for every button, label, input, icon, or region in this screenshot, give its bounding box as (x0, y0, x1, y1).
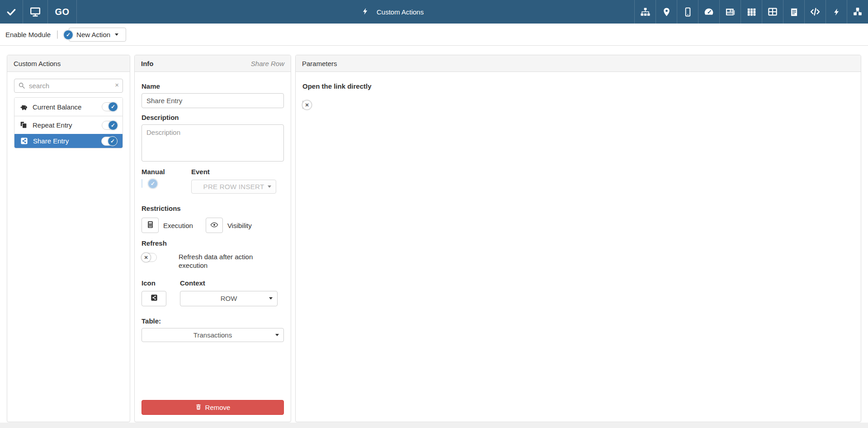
refresh-toggle[interactable]: ✕ (142, 253, 157, 262)
info-panel: Info Share Row Name Description Manual ✓… (134, 55, 291, 422)
new-action-button[interactable]: New Action (69, 28, 126, 42)
list-item-current-balance[interactable]: Current Balance ✓ (14, 98, 123, 116)
list-item-repeat-entry[interactable]: Repeat Entry ✓ (14, 116, 123, 134)
paste-icon (20, 121, 28, 129)
restrictions-label: Restrictions (142, 204, 284, 212)
eye-icon (210, 221, 218, 230)
context-select-value: ROW (221, 295, 237, 302)
calculator-icon (146, 221, 154, 230)
list-item-label: Repeat Entry (33, 121, 72, 129)
description-label: Description (142, 114, 284, 121)
grid-icon (747, 7, 756, 17)
nav-bolt-button[interactable] (826, 0, 847, 24)
repeat-entry-toggle[interactable]: ✓ (102, 121, 117, 130)
nav-cubes-button[interactable] (847, 0, 868, 24)
chevron-down-icon (269, 297, 273, 300)
nav-dashboard-button[interactable] (698, 0, 719, 24)
action-search: × (14, 79, 123, 93)
visibility-label: Visibility (227, 222, 252, 229)
search-clear-icon[interactable]: × (115, 81, 119, 89)
table-select[interactable]: Transactions (142, 328, 284, 342)
toggle-x-icon: ✕ (141, 252, 151, 262)
chevron-down-icon (115, 33, 118, 36)
share-entry-toggle[interactable]: ✓ (101, 137, 117, 146)
description-field[interactable] (142, 124, 284, 162)
code-icon (810, 6, 821, 17)
refresh-help-text: Refresh data after action execution (179, 253, 260, 270)
trash-icon (195, 404, 202, 412)
check-icon (6, 7, 16, 17)
custom-actions-panel-title: Custom Actions (14, 60, 61, 67)
icon-picker-button[interactable] (142, 291, 166, 306)
nav-grid-button[interactable] (741, 0, 762, 24)
chevron-down-icon (275, 334, 279, 336)
action-list: Current Balance ✓ Repeat Entry ✓ Share E… (14, 97, 123, 148)
icon-label: Icon (142, 279, 180, 287)
visibility-restriction-button[interactable] (206, 218, 223, 233)
toggle-check-icon: ✓ (108, 136, 118, 146)
execution-restriction-button[interactable] (142, 218, 159, 233)
nav-table-button[interactable] (762, 0, 783, 24)
refresh-label: Refresh (142, 239, 284, 247)
mobile-icon (683, 7, 693, 17)
search-icon (18, 82, 25, 90)
toggle-check-icon: ✓ (108, 102, 118, 112)
open-link-directly-label: Open the link directly (302, 82, 854, 90)
nav-map-marker-button[interactable] (656, 0, 677, 24)
remove-button[interactable]: Remove (142, 400, 284, 415)
desktop-icon (30, 6, 41, 17)
bolt-icon (833, 7, 840, 17)
nav-sitemap-button[interactable] (634, 0, 656, 24)
toggle-check-icon: ✓ (63, 30, 73, 40)
info-panel-subtitle: Share Row (251, 60, 284, 67)
search-input[interactable] (14, 79, 123, 93)
current-balance-toggle[interactable]: ✓ (102, 102, 117, 111)
context-select[interactable]: ROW (180, 291, 278, 306)
table-icon (768, 7, 778, 17)
page-title-group: Custom Actions (362, 0, 424, 24)
app-logo[interactable]: GO (48, 0, 77, 24)
nav-desktop-button[interactable] (23, 0, 48, 24)
list-item-label: Share Entry (33, 137, 69, 145)
nav-newspaper-button[interactable] (719, 0, 741, 24)
parameters-panel-header: Parameters (296, 55, 861, 72)
piggy-bank-icon (20, 103, 28, 111)
share-square-icon (151, 294, 158, 303)
toggle-check-icon: ✓ (108, 120, 118, 130)
custom-actions-panel-header: Custom Actions (7, 55, 130, 72)
enable-module-label: Enable Module (5, 31, 51, 38)
event-label: Event (191, 168, 284, 176)
newspaper-icon (725, 7, 736, 17)
new-action-label: New Action (76, 31, 110, 38)
dashboard-gauge-icon (704, 7, 714, 17)
name-field[interactable] (142, 93, 284, 108)
nav-mobile-button[interactable] (677, 0, 698, 24)
event-select-value: PRE ROW INSERT (203, 183, 264, 190)
manual-label: Manual (142, 168, 191, 176)
manual-toggle[interactable]: ✓ (142, 179, 142, 188)
top-navbar: GO Custom Actions (0, 0, 868, 24)
list-item-share-entry[interactable]: Share Entry ✓ (14, 134, 123, 148)
enable-module-toggle[interactable]: ✓ (57, 30, 58, 39)
nav-check-button[interactable] (0, 0, 23, 24)
share-square-icon (20, 137, 28, 145)
info-panel-header: Info Share Row (135, 55, 291, 72)
table-label: Table: (142, 317, 284, 325)
context-label: Context (180, 279, 284, 287)
cubes-icon (853, 7, 863, 17)
execution-label: Execution (163, 222, 193, 229)
custom-actions-panel-body: × Current Balance ✓ Repeat Entry ✓ Share… (7, 72, 130, 422)
nav-clipboard-button[interactable] (783, 0, 804, 24)
parameters-panel-title: Parameters (302, 60, 337, 67)
remove-button-label: Remove (205, 404, 231, 411)
event-select: PRE ROW INSERT (191, 180, 276, 194)
module-toolbar: Enable Module ✓ New Action (0, 24, 868, 46)
parameters-panel: Parameters Open the link directly ✕ (295, 55, 861, 422)
toggle-x-icon: ✕ (302, 100, 312, 110)
open-link-directly-toggle[interactable]: ✕ (302, 100, 303, 109)
info-panel-title: Info (141, 60, 154, 67)
bolt-icon (362, 6, 369, 18)
sitemap-icon (640, 7, 651, 17)
chevron-down-icon (268, 185, 271, 188)
nav-code-button[interactable] (804, 0, 826, 24)
